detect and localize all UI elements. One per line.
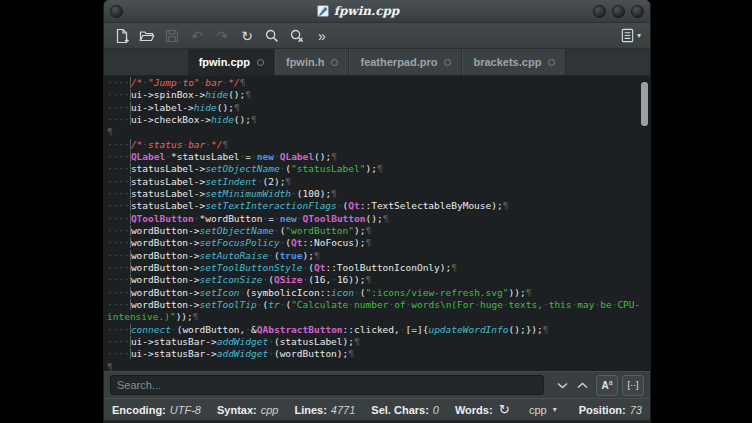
- search-bar: Aa [··]: [104, 371, 650, 398]
- featherpad-app-icon: [317, 5, 329, 17]
- main-menu-button[interactable]: ▾: [618, 28, 643, 43]
- vertical-scrollbar-thumb[interactable]: [641, 82, 648, 126]
- tab-strip: fpwin.cppfpwin.hfeatherpad.probrackets.c…: [188, 49, 567, 75]
- undo-button[interactable]: ↶: [186, 25, 208, 46]
- selected-chars-label: Sel. Chars:: [371, 404, 428, 416]
- position-value: 73: [630, 404, 642, 416]
- search-icon: [264, 28, 280, 44]
- new-file-icon: [114, 28, 130, 44]
- combo-caret-icon: ▾: [553, 405, 557, 414]
- code-line: ····ui->spinBox->hide();¶: [107, 89, 650, 101]
- code-lines: ····/*·"Jump·to"·bar·*/¶····ui->spinBox-…: [107, 77, 650, 371]
- close-button[interactable]: [631, 5, 644, 18]
- code-line: ····QLabel·*statusLabel·=·new·QLabel();¶: [107, 151, 650, 163]
- tab-label: fpwin.cpp: [199, 56, 250, 68]
- words-label: Words:: [455, 404, 493, 416]
- code-line: ····statusLabel->setTextInteractionFlags…: [107, 200, 650, 212]
- rollup-button[interactable]: [593, 5, 606, 18]
- code-line: ····wordButton->setIconSize·(QSize·(16,·…: [107, 274, 650, 286]
- code-line: ¶: [107, 361, 650, 371]
- code-line: ¶: [107, 126, 650, 138]
- tab-label: featherpad.pro: [360, 56, 437, 68]
- tab-close-icon[interactable]: [257, 59, 264, 66]
- reload-icon: ↻: [241, 29, 253, 43]
- search-button[interactable]: [261, 25, 283, 46]
- save-icon: [164, 28, 180, 44]
- code-line: ····statusLabel->setIndent·(2);¶: [107, 176, 650, 188]
- syntax-combo-value: cpp: [529, 404, 547, 416]
- code-line: intensive.)"));¶: [107, 311, 650, 323]
- search-off-icon: [289, 28, 305, 44]
- code-line: ····QToolButton·*wordButton·=·new·QToolB…: [107, 213, 650, 225]
- code-line: ····ui->statusBar->addWidget·(statusLabe…: [107, 336, 650, 348]
- whole-word-icon: [··]: [628, 380, 639, 390]
- match-case-icon: Aa: [601, 379, 612, 391]
- toolbar-overflow-button[interactable]: »: [311, 25, 333, 46]
- code-line: ····ui->checkBox->hide();¶: [107, 114, 650, 126]
- window-menu-button[interactable]: [110, 5, 123, 18]
- lines-value: 4771: [331, 404, 355, 416]
- code-line: ····ui->label->hide();¶: [107, 102, 650, 114]
- tab-label: brackets.cpp: [473, 56, 541, 68]
- overflow-icon: »: [318, 29, 326, 43]
- tab-bar: fpwin.cppfpwin.hfeatherpad.probrackets.c…: [104, 49, 650, 76]
- status-bar: Encoding: UTF-8 Syntax: cpp Lines: 4771 …: [104, 398, 650, 422]
- code-line: ····wordButton->setFocusPolicy·(Qt::NoFo…: [107, 237, 650, 249]
- save-button[interactable]: [161, 25, 183, 46]
- tab-fpwin.h[interactable]: fpwin.h: [275, 49, 350, 75]
- code-line: ····wordButton->setIcon·(symbolicIcon::i…: [107, 287, 650, 299]
- tab-close-icon[interactable]: [444, 59, 451, 66]
- code-line: ····wordButton->setAutoRaise·(true);¶: [107, 250, 650, 262]
- encoding-value: UTF-8: [170, 404, 201, 416]
- code-line: ····wordButton->setObjectName·("wordButt…: [107, 225, 650, 237]
- redo-icon: ↷: [216, 29, 228, 43]
- menu-icon: [620, 28, 635, 43]
- syntax-label: Syntax:: [217, 404, 257, 416]
- syntax-value: cpp: [261, 404, 279, 416]
- undo-icon: ↶: [191, 29, 203, 43]
- window-title: fpwin.cpp: [334, 4, 399, 18]
- tab-fpwin.cpp[interactable]: fpwin.cpp: [188, 49, 275, 75]
- match-case-button[interactable]: Aa: [596, 375, 618, 396]
- tab-close-icon[interactable]: [548, 59, 555, 66]
- code-line: ····statusLabel->setObjectName·("statusL…: [107, 163, 650, 175]
- lines-label: Lines:: [294, 404, 326, 416]
- open-folder-icon: [139, 28, 155, 44]
- reload-button[interactable]: ↻: [236, 25, 258, 46]
- code-line: ····statusLabel->setMinimumWidth·(100);¶: [107, 188, 650, 200]
- text-editor[interactable]: ····/*·"Jump·to"·bar·*/¶····ui->spinBox-…: [104, 76, 650, 371]
- tab-brackets.cpp[interactable]: brackets.cpp: [462, 49, 566, 75]
- position-label: Position:: [579, 404, 626, 416]
- chevron-up-icon: [577, 382, 588, 389]
- code-line: ····/*·"Jump·to"·bar·*/¶: [107, 77, 650, 89]
- search-input[interactable]: [110, 375, 544, 395]
- search-off-button[interactable]: [286, 25, 308, 46]
- code-line: ····wordButton->setToolButtonStyle·(Qt::…: [107, 262, 650, 274]
- syntax-combo[interactable]: cpp ▾: [529, 404, 557, 416]
- minimize-button[interactable]: [612, 5, 625, 18]
- code-line: ····ui->statusBar->addWidget·(wordButton…: [107, 348, 650, 360]
- words-refresh-button[interactable]: ↻: [499, 403, 510, 416]
- desktop: fpwin.cpp: [0, 0, 752, 423]
- chevron-down-icon: [557, 382, 568, 389]
- tab-close-icon[interactable]: [331, 59, 338, 66]
- tab-featherpad.pro[interactable]: featherpad.pro: [349, 49, 462, 75]
- whole-word-button[interactable]: [··]: [622, 375, 644, 396]
- find-previous-button[interactable]: [572, 376, 592, 395]
- title-bar[interactable]: fpwin.cpp: [104, 0, 650, 23]
- code-line: ····connect·(wordButton,·&QAbstractButto…: [107, 324, 650, 336]
- open-file-button[interactable]: [136, 25, 158, 46]
- new-file-button[interactable]: [111, 25, 133, 46]
- code-line: ····wordButton->setToolTip·(tr·("Calcula…: [107, 299, 650, 311]
- code-line: ····/*·status·bar·*/¶: [107, 139, 650, 151]
- menu-caret-icon: ▾: [637, 31, 641, 40]
- selected-chars-value: 0: [433, 404, 439, 416]
- tab-label: fpwin.h: [286, 56, 325, 68]
- redo-button[interactable]: ↷: [211, 25, 233, 46]
- toolbar: ↶ ↷ ↻ »: [104, 23, 650, 49]
- featherpad-window: fpwin.cpp: [103, 0, 651, 423]
- find-next-button[interactable]: [552, 376, 572, 395]
- encoding-label: Encoding:: [112, 404, 166, 416]
